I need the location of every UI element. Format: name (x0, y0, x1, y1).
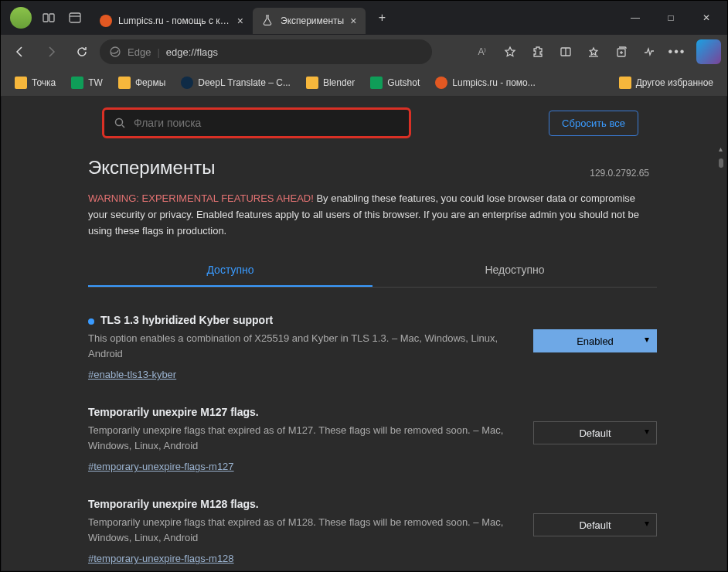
workspaces-icon[interactable] (41, 10, 56, 26)
folder-icon (15, 77, 27, 89)
flag-description: This option enables a combination of X25… (88, 331, 518, 361)
svg-rect-2 (70, 13, 80, 22)
folder-icon (306, 77, 318, 89)
toolbar: Edge | edge://flags A⁾ ••• (1, 35, 727, 69)
flag-anchor[interactable]: #enable-tls13-kyber (88, 369, 176, 380)
favorites-bar-icon[interactable] (580, 39, 607, 64)
split-screen-icon[interactable] (553, 39, 579, 64)
svg-point-11 (116, 119, 123, 126)
tab-unavailable[interactable]: Недоступно (373, 254, 657, 287)
other-bookmarks[interactable]: Другое избранное (613, 73, 719, 92)
flask-icon (262, 15, 274, 27)
flag-description: Temporarily unexpire flags that expired … (88, 423, 518, 453)
version-text: 129.0.2792.65 (590, 168, 649, 179)
scrollbar[interactable]: ▴ (714, 143, 725, 570)
flag-anchor[interactable]: #temporary-unexpire-flags-m128 (88, 553, 234, 564)
favorite-icon[interactable] (497, 39, 523, 64)
svg-rect-1 (49, 14, 54, 22)
flag-title: TLS 1.3 hybridized Kyber support (88, 314, 518, 326)
browser-tab[interactable]: Эксперименты × (253, 8, 366, 34)
flag-description: Temporarily unexpire flags that expired … (88, 515, 518, 545)
deepl-icon (181, 77, 193, 89)
bookmark-item[interactable]: DeepL Translate – C... (175, 73, 297, 92)
forward-button (38, 39, 64, 64)
sheets-icon (370, 77, 383, 89)
window-close[interactable]: ✕ (689, 2, 724, 33)
sheets-icon (71, 77, 83, 89)
flag-title: Temporarily unexpire M128 flags. (88, 498, 518, 510)
bookmark-item[interactable]: TW (65, 73, 109, 92)
svg-line-12 (122, 125, 124, 128)
bookmark-item[interactable]: Точка (9, 73, 62, 92)
browser-name: Edge (128, 46, 151, 58)
titlebar: Lumpics.ru - помощь с компьюте × Экспери… (1, 1, 727, 35)
page-content: Сбросить все Эксперименты 129.0.2792.65 … (2, 97, 726, 570)
flag-select[interactable]: Default (533, 513, 657, 536)
profile-avatar[interactable] (10, 7, 32, 29)
flag-item: Temporarily unexpire M127 flags. Tempora… (88, 395, 657, 487)
page-title: Эксперименты (88, 157, 657, 179)
svg-point-4 (111, 47, 120, 56)
lumpics-favicon (100, 15, 112, 27)
warning-text: WARNING: EXPERIMENTAL FEATURES AHEAD! By… (88, 191, 657, 239)
flags-search-input[interactable] (134, 117, 400, 129)
collections-icon[interactable] (608, 39, 634, 64)
read-aloud-icon[interactable]: A⁾ (469, 39, 495, 64)
flag-item: TLS 1.3 hybridized Kyber support This op… (88, 303, 657, 395)
lumpics-icon (435, 77, 447, 89)
edge-icon (109, 46, 121, 58)
back-button[interactable] (7, 39, 33, 64)
search-icon (114, 117, 126, 129)
menu-icon[interactable]: ••• (664, 39, 690, 64)
url-text: edge://flags (166, 46, 218, 58)
flag-anchor[interactable]: #temporary-unexpire-flags-m127 (88, 461, 234, 472)
tab-actions-icon[interactable] (67, 10, 83, 26)
bookmarks-bar: Точка TW Фермы DeepL Translate – C... Bl… (1, 69, 727, 97)
folder-icon (118, 77, 131, 89)
bookmark-item[interactable]: Lumpics.ru - помо... (429, 73, 541, 92)
performance-icon[interactable] (636, 39, 662, 64)
new-tab-button[interactable]: + (370, 6, 393, 29)
tab-available[interactable]: Доступно (88, 254, 373, 287)
bookmark-item[interactable]: Фермы (112, 73, 172, 92)
window-maximize[interactable]: □ (653, 2, 689, 33)
reset-all-button[interactable]: Сбросить все (549, 111, 638, 136)
svg-rect-0 (43, 14, 48, 22)
tab-label: Эксперименты (281, 15, 344, 26)
extensions-icon[interactable] (525, 39, 551, 64)
refresh-button[interactable] (69, 39, 95, 64)
tab-label: Lumpics.ru - помощь с компьюте (118, 15, 231, 26)
bookmark-item[interactable]: Blender (300, 73, 361, 92)
folder-icon (619, 77, 631, 89)
bookmark-item[interactable]: Gutshot (364, 73, 426, 92)
flags-tabs: Доступно Недоступно (88, 254, 657, 288)
browser-tab[interactable]: Lumpics.ru - помощь с компьюте × (90, 8, 253, 34)
address-bar[interactable]: Edge | edge://flags (100, 39, 432, 64)
copilot-button[interactable] (696, 39, 721, 64)
flag-select[interactable]: Enabled (533, 329, 657, 352)
close-icon[interactable]: × (237, 15, 243, 27)
flag-select[interactable]: Default (533, 421, 657, 444)
flag-item: Temporarily unexpire M128 flags. Tempora… (88, 487, 657, 570)
window-minimize[interactable]: — (617, 2, 653, 33)
flags-search-box[interactable] (102, 107, 411, 138)
close-icon[interactable]: × (350, 15, 356, 27)
flag-title: Temporarily unexpire M127 flags. (88, 406, 518, 418)
